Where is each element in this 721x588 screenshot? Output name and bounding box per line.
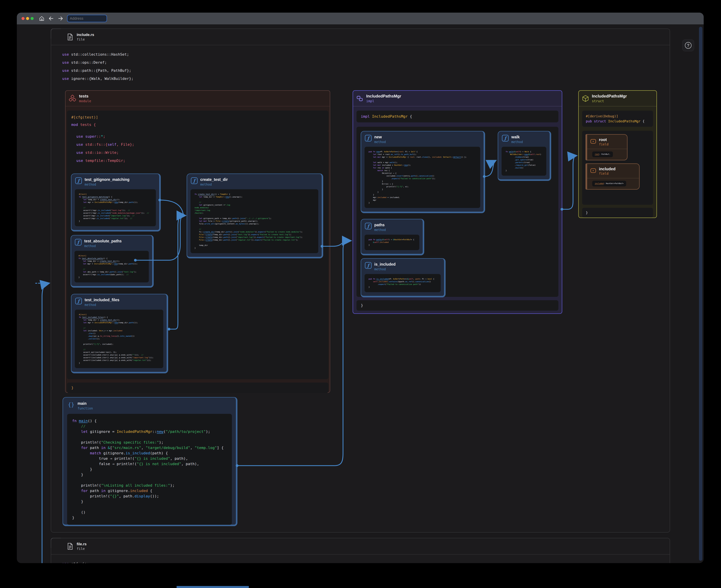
zoom-window-button[interactable] (30, 17, 34, 20)
function-code: fn main() { // let gitignore = IncludedP… (67, 414, 232, 525)
method-title: new (374, 135, 386, 139)
method-subtitle: method (200, 183, 228, 186)
close-window-button[interactable] (22, 17, 24, 20)
method-code: #[test]fn test_included_files() { let te… (75, 310, 163, 368)
method-node-test-included-files[interactable]: ƒ test_included_files method #[test]fn t… (71, 294, 168, 373)
home-icon (39, 16, 44, 21)
field-icon (590, 139, 596, 145)
struct-open-code: #[derive(Debug)]pub struct IncludedPaths… (582, 111, 653, 127)
back-button[interactable] (48, 16, 54, 21)
forward-arrow-icon (58, 16, 63, 21)
struct-node-includedpathsmgr[interactable]: IncludedPathsMgr struct #[derive(Debug)]… (578, 90, 657, 218)
module-icon (68, 94, 76, 102)
method-subtitle: method (84, 244, 122, 248)
method-code: pub fn paths(&self) → &HashSet<PathBuf> … (365, 235, 419, 250)
screen: ? include.rs file use std::collections::… (0, 0, 721, 588)
file-subtitle: file (77, 37, 94, 41)
method-node-is-included[interactable]: ƒ is_included method pub fn is_included<… (360, 258, 446, 297)
file-node-file-rs[interactable]: file.rs file use std::io; (51, 538, 670, 563)
method-code: pub fn is_included<P: AsRef<Path>>(&self… (365, 274, 441, 292)
method-code: pub fn new<P: AsRef<Path>>(root: P) → Se… (365, 147, 480, 208)
function-title: main (78, 401, 93, 406)
field-node-root[interactable]: root field root: PathBuf, (585, 134, 627, 160)
braces-icon: {} (67, 401, 75, 408)
back-arrow-icon (48, 16, 54, 21)
method-code: fn walk(&self) → Walk { WalkBuilder::new… (501, 147, 546, 176)
file-node-header: include.rs file (51, 29, 670, 45)
field-node-included[interactable]: included field included: HashSet<PathBuf… (585, 163, 640, 190)
impl-icon (356, 95, 364, 102)
struct-title: IncludedPathsMgr (592, 94, 627, 99)
module-node-tests[interactable]: tests module #[cfg(test)]mod tests { use… (65, 90, 330, 393)
impl-subtitle: impl (366, 99, 401, 103)
method-subtitle: method (374, 228, 386, 232)
impl-node-includedpathsmgr[interactable]: IncludedPathsMgr impl impl IncludedPaths… (353, 90, 562, 314)
method-node-new[interactable]: ƒ new method pub fn new<P: AsRef<Path>>(… (360, 131, 485, 213)
mod-open-code: #[cfg(test)]mod tests { (67, 111, 328, 131)
method-code: fn create_test_dir() → TempDir { let tem… (190, 189, 318, 253)
field-code-chip: included: HashSet<PathBuf> (592, 181, 626, 186)
struct-header: IncludedPathsMgr struct (579, 91, 656, 106)
module-header: tests module (66, 91, 330, 106)
method-subtitle: method (374, 140, 386, 144)
file-node-include-rs[interactable]: include.rs file use std::collections::Ha… (51, 28, 670, 532)
field-title: included (599, 167, 616, 171)
struct-cube-icon (582, 95, 589, 102)
method-title: test_included_files (85, 298, 119, 302)
file-icon (67, 33, 73, 41)
impl-body: ƒ new method pub fn new<P: AsRef<Path>>(… (356, 127, 558, 297)
function-icon: ƒ (365, 135, 372, 142)
question-icon: ? (685, 42, 692, 49)
method-node-paths[interactable]: ƒ paths method pub fn paths(&self) → &Ha… (360, 219, 424, 255)
forward-button[interactable] (58, 16, 63, 21)
app-window: ? include.rs file use std::collections::… (17, 13, 704, 563)
file-title: include.rs (77, 33, 94, 37)
struct-subtitle: struct (592, 99, 627, 103)
function-node-main[interactable]: {} main function fn main() { // let giti… (63, 397, 238, 526)
browser-chrome (17, 13, 704, 24)
help-button[interactable]: ? (682, 40, 694, 51)
impl-header: IncludedPathsMgr impl (353, 91, 562, 106)
module-subtitle: module (79, 99, 91, 103)
mod-use-statements: use super::*;use std::fs::{self, File};u… (76, 132, 134, 165)
method-code: #[test]fn test_absolute_paths() { let te… (75, 251, 149, 282)
file-use-statements: use std::collections::HashSet;use std::o… (62, 50, 133, 83)
file-title: file.rs (77, 542, 87, 546)
function-icon: ƒ (502, 135, 509, 142)
file-node-header: file.rs file (51, 538, 670, 554)
method-code: #[test]fn test_gitignore_matching() { le… (75, 189, 156, 226)
minimize-window-button[interactable] (26, 17, 29, 20)
file-use-statements: use std::io; (62, 560, 89, 563)
function-icon: ƒ (365, 262, 372, 269)
method-title: test_absolute_paths (84, 239, 122, 244)
method-subtitle: method (85, 183, 129, 186)
file-icon (67, 543, 73, 550)
home-button[interactable] (39, 16, 45, 21)
file-subtitle: file (77, 547, 87, 551)
method-node-create-test-dir[interactable]: ƒ create_test_dir method fn create_test_… (187, 173, 323, 258)
function-icon: ƒ (75, 298, 82, 304)
method-title: create_test_dir (200, 177, 228, 182)
struct-fields: root field root: PathBuf, included field (582, 131, 653, 205)
method-title: test_gitignore_matching (85, 177, 129, 182)
function-icon: ƒ (75, 177, 82, 184)
field-subtitle: field (599, 172, 616, 175)
function-subtitle: function (78, 406, 93, 410)
impl-title: IncludedPathsMgr (366, 94, 401, 99)
struct-close-code: } (582, 208, 653, 217)
method-subtitle: method (374, 267, 396, 271)
function-icon: ƒ (75, 239, 82, 246)
mod-body: use super::*;use std::fs::{self, File};u… (67, 131, 328, 379)
mod-close-code: } (67, 383, 328, 393)
method-node-test-absolute-paths[interactable]: ƒ test_absolute_paths method #[test]fn t… (70, 235, 154, 288)
method-node-walk[interactable]: ƒ walk method fn walk(&self) → Walk { Wa… (498, 131, 551, 181)
method-node-test-gitignore-matching[interactable]: ƒ test_gitignore_matching method #[test]… (71, 173, 161, 231)
method-title: paths (374, 223, 386, 227)
scrollbar[interactable] (699, 27, 702, 561)
address-input[interactable] (67, 15, 107, 22)
function-icon: ƒ (191, 177, 198, 184)
bottom-edge-accent (177, 586, 249, 588)
module-title: tests (79, 94, 91, 99)
impl-open-code: impl IncludedPathsMgr { (356, 111, 558, 122)
method-title: is_included (374, 262, 396, 267)
